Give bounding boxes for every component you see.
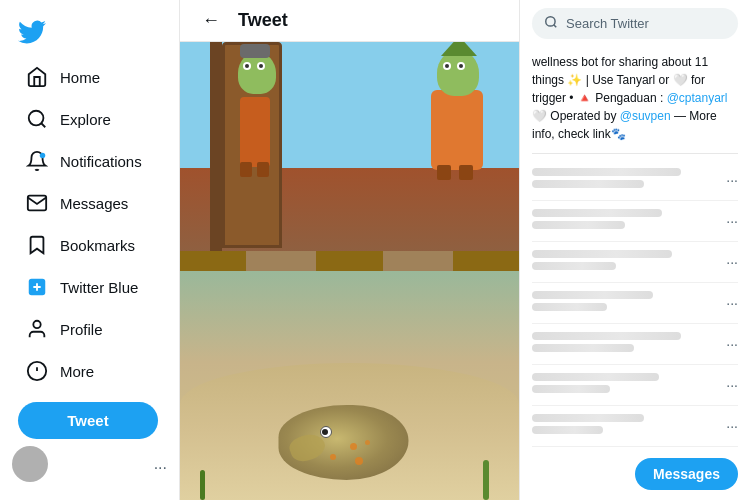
- trending-dots-6[interactable]: ···: [718, 377, 738, 393]
- svg-line-1: [41, 123, 45, 127]
- tweet-page-title: Tweet: [238, 10, 288, 31]
- tweet-header: ← Tweet: [180, 0, 519, 42]
- main-content: ← Tweet: [180, 0, 520, 500]
- sidebar-bottom: ...: [0, 438, 179, 490]
- sidebar: Home Explore Notifications Messages Book…: [0, 0, 180, 500]
- sidebar-item-more[interactable]: More: [8, 351, 171, 391]
- trending-dots-4[interactable]: ···: [718, 295, 738, 311]
- character-2: [429, 50, 489, 170]
- trending-item: ···: [532, 406, 738, 447]
- svg-point-4: [33, 321, 40, 328]
- trending-item: ···: [532, 201, 738, 242]
- account-menu-button[interactable]: ...: [154, 455, 167, 473]
- home-label: Home: [60, 69, 100, 86]
- trending-item-content: [532, 332, 718, 356]
- profile-label: Profile: [60, 321, 103, 338]
- trending-blur-line2: [532, 426, 603, 434]
- tweet-button[interactable]: Tweet: [18, 402, 158, 439]
- explore-icon: [26, 108, 48, 130]
- notifications-label: Notifications: [60, 153, 142, 170]
- trending-dots-3[interactable]: ···: [718, 254, 738, 270]
- sidebar-item-notifications[interactable]: Notifications: [8, 141, 171, 181]
- svg-point-8: [546, 17, 555, 26]
- trending-item: ···: [532, 324, 738, 365]
- trending-blur-line2: [532, 221, 625, 229]
- trending-dots-1[interactable]: ···: [718, 172, 738, 188]
- mention-1[interactable]: @cptanyarl: [667, 91, 728, 105]
- bookmarks-icon: [26, 234, 48, 256]
- sidebar-item-home[interactable]: Home: [8, 57, 171, 97]
- trending-item: ···: [532, 242, 738, 283]
- sidebar-item-twitter-blue[interactable]: Twitter Blue: [8, 267, 171, 307]
- search-icon: [544, 15, 558, 32]
- svg-point-0: [29, 111, 44, 126]
- back-button[interactable]: ←: [196, 10, 226, 31]
- twitter-blue-icon: [26, 276, 48, 298]
- trending-blur-line2: [532, 303, 607, 311]
- trending-blur-line2: [532, 180, 644, 188]
- trending-blur-line2: [532, 262, 616, 270]
- sidebar-item-bookmarks[interactable]: Bookmarks: [8, 225, 171, 265]
- trending-blur-line1: [532, 250, 672, 258]
- trending-blur-line1: [532, 373, 659, 381]
- messages-button[interactable]: Messages: [635, 458, 738, 490]
- bookmarks-label: Bookmarks: [60, 237, 135, 254]
- search-bar[interactable]: Search Twitter: [532, 8, 738, 39]
- trending-blur-line1: [532, 332, 681, 340]
- character-1: [235, 52, 280, 167]
- cartoon-panel: [180, 42, 519, 271]
- sidebar-item-messages[interactable]: Messages: [8, 183, 171, 223]
- trending-item-content: [532, 209, 718, 233]
- fish-panel: [180, 271, 519, 500]
- notifications-icon: [26, 150, 48, 172]
- trending-list: ··· ··· ··· ··: [532, 160, 738, 447]
- bio-text: wellness bot for sharing about 11 things…: [532, 47, 738, 154]
- tweet-image: [180, 42, 519, 500]
- trending-item-content: [532, 373, 718, 397]
- trending-blur-line2: [532, 344, 634, 352]
- search-input[interactable]: Search Twitter: [566, 16, 726, 31]
- trending-dots-5[interactable]: ···: [718, 336, 738, 352]
- trending-blur-line1: [532, 209, 662, 217]
- trending-dots-2[interactable]: ···: [718, 213, 738, 229]
- trending-item: ···: [532, 160, 738, 201]
- trending-item-content: [532, 291, 718, 315]
- sidebar-item-profile[interactable]: Profile: [8, 309, 171, 349]
- mention-2[interactable]: @suvpen: [620, 109, 671, 123]
- trending-item-content: [532, 168, 718, 192]
- sidebar-item-explore[interactable]: Explore: [8, 99, 171, 139]
- trending-blur-line1: [532, 168, 681, 176]
- messages-icon: [26, 192, 48, 214]
- trending-item: ···: [532, 365, 738, 406]
- profile-icon: [26, 318, 48, 340]
- user-avatar: [12, 446, 48, 482]
- trending-blur-line1: [532, 291, 653, 299]
- svg-line-9: [554, 25, 557, 28]
- trending-item: ···: [532, 283, 738, 324]
- twitter-blue-label: Twitter Blue: [60, 279, 138, 296]
- trending-item-content: [532, 250, 718, 274]
- trending-blur-line2: [532, 385, 610, 393]
- right-panel: Search Twitter wellness bot for sharing …: [520, 0, 750, 500]
- twitter-logo[interactable]: [0, 8, 179, 56]
- more-label: More: [60, 363, 94, 380]
- trending-item-content: [532, 414, 718, 438]
- explore-label: Explore: [60, 111, 111, 128]
- right-content: wellness bot for sharing about 11 things…: [520, 47, 750, 500]
- svg-point-2: [40, 153, 46, 159]
- trending-blur-line1: [532, 414, 644, 422]
- home-icon: [26, 66, 48, 88]
- more-icon: [26, 360, 48, 382]
- messages-label: Messages: [60, 195, 128, 212]
- trending-dots-7[interactable]: ···: [718, 418, 738, 434]
